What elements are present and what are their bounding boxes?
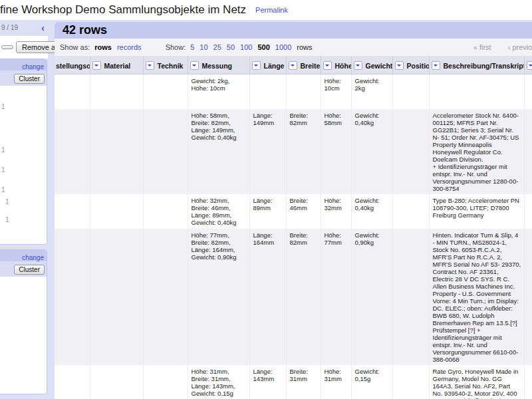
- facet-header: change: [0, 250, 47, 261]
- column-header-label: Höhe: [335, 62, 352, 70]
- table-cell: [143, 365, 188, 399]
- column-header-label: Technik: [158, 62, 184, 70]
- facet-choice-list: 111111: [0, 86, 47, 245]
- column-menu-button[interactable]: [190, 61, 199, 70]
- table-cell: [524, 109, 532, 194]
- facet-cluster-row: Cluster: [0, 70, 47, 86]
- top-bar: fine Workshop Demo Sammlungsobjekte im N…: [0, 0, 532, 20]
- column-menu-button[interactable]: [289, 61, 297, 70]
- column-menu-button[interactable]: [92, 61, 101, 70]
- column-menu-button[interactable]: [252, 61, 261, 70]
- page-size-25[interactable]: 25: [213, 43, 221, 51]
- facet-box: change Cluster: [0, 249, 47, 394]
- show-as-label: Show as:: [60, 43, 90, 51]
- facet-choice-count[interactable]: 1: [1, 146, 5, 154]
- column-menu-button[interactable]: [146, 61, 154, 70]
- column-menu-button[interactable]: [527, 61, 532, 70]
- page-size-options: 51025501005001000: [190, 43, 297, 51]
- facet-choice-count[interactable]: 1: [1, 166, 5, 174]
- page-size-100[interactable]: 100: [240, 43, 252, 51]
- facet-header: change: [0, 59, 47, 70]
- refresh-button-cut[interactable]: [1, 45, 13, 49]
- column-header: stellungsort: [55, 57, 90, 74]
- table-cell: Gewicht: 0,40kg: [351, 194, 392, 229]
- table-cell: [249, 74, 286, 109]
- column-header-label: Gewicht: [366, 62, 393, 70]
- table-cell: [392, 365, 429, 399]
- table-row: Höhe: 58mm, Breite: 82mm, Länge: 149mm, …: [55, 109, 532, 194]
- column-header: Messung: [188, 57, 249, 74]
- facet-change-link[interactable]: change: [22, 63, 44, 70]
- column-menu-button[interactable]: [432, 61, 440, 70]
- page-size-1000[interactable]: 1000: [275, 43, 291, 51]
- column-header-row: stellungsortMaterialTechnikMessungLängeB…: [55, 57, 532, 74]
- table-cell: Länge: 164mm: [249, 229, 286, 365]
- column-menu-button[interactable]: [323, 61, 332, 70]
- row-count-label: 42 rows: [63, 23, 107, 37]
- column-menu-button[interactable]: [395, 61, 404, 70]
- table-cell: Accelerometer Stock Nr. 6400-001125; MFR…: [429, 109, 524, 194]
- cluster-button[interactable]: Cluster: [14, 74, 45, 84]
- table-cell: [143, 74, 188, 109]
- facet-change-link[interactable]: change: [22, 254, 44, 261]
- chevron-down-icon: [291, 65, 295, 68]
- column-header: Höhe: [321, 57, 351, 74]
- page-size-500[interactable]: 500: [257, 43, 269, 51]
- table-row: Höhe: 77mm, Breite: 82mm, Länge: 164mm, …: [55, 229, 532, 365]
- table-cell: [392, 74, 429, 109]
- table-cell: Gewicht: 0,15g: [351, 365, 392, 399]
- chevron-down-icon: [325, 65, 329, 68]
- facet-pager-count: 9 / 19: [1, 24, 18, 31]
- table-cell: [524, 74, 532, 109]
- table-cell: [524, 365, 532, 399]
- table-cell: [55, 109, 90, 194]
- facet-sidebar: 9 / 19 ‹ Remove all change Cluster 11111…: [0, 20, 48, 399]
- table-cell: Breite: 82mm: [286, 109, 321, 194]
- facet-choice-count[interactable]: 1: [5, 216, 9, 223]
- table-cell: Höhe: 32mm: [321, 194, 351, 229]
- page-size-5[interactable]: 5: [190, 43, 194, 51]
- show-as-rows[interactable]: rows: [94, 43, 112, 51]
- table-row: Höhe: 31mm, Breite: 31mm, Länge: 143mm, …: [55, 365, 532, 399]
- permalink-link[interactable]: Permalink: [255, 6, 288, 14]
- column-header: Position: [392, 57, 429, 74]
- table-row: Gewicht: 2kg, Höhe: 10cmHöhe: 10cmGewich…: [55, 74, 532, 109]
- collapse-sidebar-icon[interactable]: ‹: [41, 20, 45, 36]
- page-size-10[interactable]: 10: [200, 43, 207, 51]
- column-header: Material: [90, 57, 143, 74]
- table-cell: [90, 194, 143, 229]
- page-size-50[interactable]: 50: [227, 43, 235, 51]
- chevron-down-icon: [94, 65, 98, 68]
- table-cell: [90, 74, 143, 109]
- table-cell: [392, 109, 429, 194]
- chevron-down-icon: [397, 65, 401, 68]
- table-cell: Breite: 46mm: [286, 194, 321, 229]
- table-row: Höhe: 32mm, Breite: 46mm, Länge: 89mm, G…: [55, 194, 532, 229]
- table-cell: [90, 229, 143, 365]
- column-header-label: stellungsort: [56, 62, 90, 70]
- table-cell: Type B-280; Accelerometer PN 108790-300,…: [429, 194, 524, 229]
- project-title: fine Workshop Demo Sammlungsobjekte im N…: [0, 3, 246, 17]
- view-toolbar: Show as: rowsrecords Show: 5102550100500…: [55, 39, 532, 57]
- table-cell: Gewicht: 2kg: [351, 74, 392, 109]
- row-count-bar: 42 rows: [55, 22, 532, 39]
- facet-choice-count[interactable]: 1: [1, 186, 5, 194]
- column-header-label: Messung: [202, 62, 233, 70]
- table-cell: [55, 365, 90, 399]
- facet-choice-count[interactable]: 1: [1, 103, 5, 110]
- table-cell: Höhe: 58mm: [321, 109, 351, 194]
- column-header: Breite: [286, 57, 321, 74]
- column-menu-button[interactable]: [354, 61, 362, 70]
- cluster-button[interactable]: Cluster: [14, 265, 45, 275]
- data-panel: 42 rows Show as: rowsrecords Show: 51025…: [55, 22, 532, 399]
- column-header-label: Beschreibung/Transkription: [444, 62, 525, 70]
- table-cell: Höhe: 77mm: [321, 229, 351, 365]
- show-as-records[interactable]: records: [117, 43, 142, 51]
- table-cell: [429, 74, 524, 109]
- table-cell: [286, 74, 321, 109]
- table-cell: Länge: 89mm: [249, 194, 286, 229]
- table-cell: [143, 109, 188, 194]
- facet-choice-count[interactable]: 1: [5, 198, 9, 205]
- table-cell: Höhe: 32mm, Breite: 46mm, Länge: 89mm, G…: [188, 194, 249, 229]
- facet-choice-list: [0, 277, 47, 394]
